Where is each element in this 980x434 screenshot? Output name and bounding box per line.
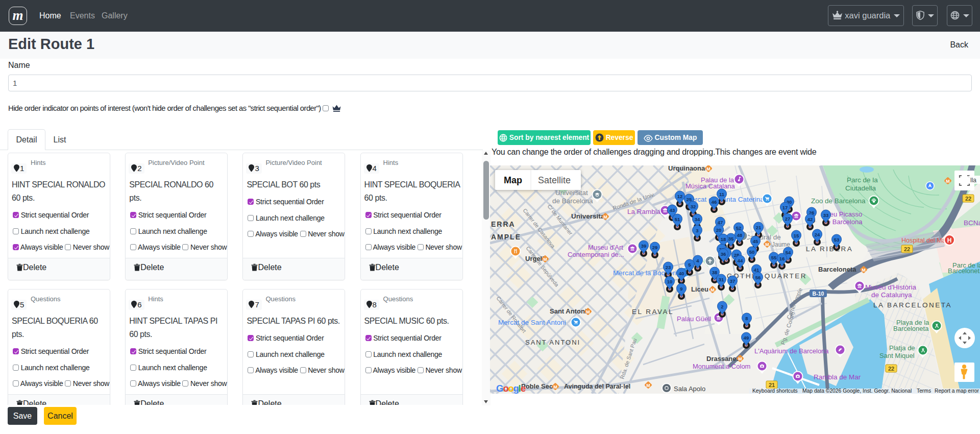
svg-text:51: 51 — [675, 216, 680, 222]
svg-text:GOTHIC QUARTER: GOTHIC QUARTER — [727, 272, 807, 280]
svg-text:M: M — [765, 242, 769, 247]
svg-text:12: 12 — [677, 194, 683, 199]
svg-text:Sala Apolo: Sala Apolo — [674, 385, 705, 393]
svg-text:Música Catalana: Música Catalana — [685, 182, 736, 190]
svg-text:Barceloneta: Barceloneta — [818, 266, 856, 273]
svg-text:38: 38 — [712, 270, 718, 275]
svg-text:34: 34 — [695, 216, 700, 222]
svg-text:M: M — [586, 309, 590, 315]
svg-text:M: M — [646, 383, 650, 388]
svg-text:36: 36 — [721, 251, 726, 257]
svg-text:Sant Miquel: Sant Miquel — [879, 352, 915, 359]
svg-text:Ciutadella: Ciutadella — [845, 184, 876, 192]
svg-text:lla: lla — [970, 177, 976, 184]
svg-text:31: 31 — [719, 277, 724, 282]
svg-text:54: 54 — [786, 250, 791, 255]
svg-text:55: 55 — [771, 255, 777, 260]
svg-text:e Barcelona: e Barcelona — [827, 218, 863, 226]
svg-text:Urquinaona: Urquinaona — [668, 165, 705, 172]
svg-text:48: 48 — [737, 232, 743, 238]
svg-text:Drassanes: Drassanes — [706, 355, 740, 363]
svg-text:Liceu: Liceu — [691, 285, 708, 293]
svg-text:Universitat: Universitat — [571, 212, 607, 220]
svg-text:Mercat de Sant Antoni: Mercat de Sant Antoni — [498, 319, 566, 326]
svg-text:Terms: Terms — [917, 388, 931, 394]
svg-text:18: 18 — [721, 236, 726, 242]
svg-text:EL RAVAL: EL RAVAL — [632, 308, 674, 316]
svg-text:29: 29 — [652, 245, 658, 250]
svg-text:22: 22 — [904, 246, 910, 252]
svg-text:56: 56 — [755, 275, 761, 280]
svg-text:Museu d'Història: Museu d'Història — [865, 283, 917, 291]
svg-text:8: 8 — [745, 316, 748, 321]
svg-text:LA BARCELONETA: LA BARCELONETA — [873, 301, 952, 309]
svg-text:Satellite: Satellite — [538, 175, 571, 185]
svg-text:LA RIBERA: LA RIBERA — [806, 245, 853, 253]
svg-text:SANT ANTONI: SANT ANTONI — [525, 339, 580, 346]
svg-text:22: 22 — [888, 366, 894, 372]
svg-text:24: 24 — [815, 232, 820, 237]
svg-text:ERRA: ERRA — [491, 220, 516, 228]
svg-text:Report a map error: Report a map error — [935, 388, 979, 394]
svg-text:20: 20 — [716, 227, 722, 233]
svg-text:44: 44 — [738, 258, 743, 263]
svg-text:Museu d'Art: Museu d'Art — [588, 244, 623, 251]
svg-text:La Rambla: La Rambla — [627, 208, 661, 215]
svg-text:2: 2 — [721, 304, 723, 309]
svg-text:46: 46 — [712, 199, 717, 205]
svg-text:BCNa: BCNa — [964, 219, 980, 227]
svg-text:Barceloneta: Barceloneta — [893, 325, 929, 332]
svg-text:50: 50 — [749, 249, 755, 255]
svg-text:Urgell: Urgell — [525, 255, 544, 262]
svg-text:Palau Güell: Palau Güell — [677, 315, 711, 323]
svg-text:B-10: B-10 — [813, 291, 824, 297]
svg-text:M: M — [706, 166, 710, 172]
svg-text:53: 53 — [834, 237, 840, 243]
svg-text:Barceloneta: Barceloneta — [948, 267, 980, 275]
svg-text:Avinguda del Paral·lel: Avinguda del Paral·lel — [564, 383, 630, 390]
svg-text:9: 9 — [680, 286, 682, 292]
svg-text:Hospital del Mar: Hospital del Mar — [901, 237, 948, 244]
svg-text:de Barcelona: de Barcelona — [552, 197, 593, 205]
svg-text:10: 10 — [667, 279, 673, 284]
svg-text:L'Aquàrium de Barcelona: L'Aquàrium de Barcelona — [754, 347, 829, 355]
svg-text:42: 42 — [807, 216, 813, 222]
svg-text:Map data ©2026 Google, Inst. G: Map data ©2026 Google, Inst. Geogr. Naci… — [802, 388, 912, 394]
svg-text:4: 4 — [696, 258, 699, 263]
svg-text:25: 25 — [687, 197, 692, 202]
svg-text:M: M — [603, 214, 607, 220]
svg-text:35: 35 — [728, 236, 734, 242]
svg-text:33: 33 — [823, 212, 829, 218]
svg-text:Universitat: Universitat — [555, 189, 588, 197]
svg-text:de Catalunya: de Catalunya — [871, 291, 912, 299]
svg-text:M: M — [543, 257, 547, 262]
svg-text:17: 17 — [782, 205, 788, 210]
svg-text:45: 45 — [753, 238, 758, 244]
svg-text:Rambla de Mar: Rambla de Mar — [814, 373, 861, 381]
svg-text:15: 15 — [794, 233, 799, 238]
svg-text:Keyboard shortcuts: Keyboard shortcuts — [752, 388, 798, 394]
svg-text:37: 37 — [730, 278, 736, 284]
svg-text:27: 27 — [785, 216, 791, 222]
svg-text:32: 32 — [691, 204, 696, 209]
svg-text:M: M — [710, 287, 715, 293]
svg-text:M: M — [862, 268, 866, 273]
svg-text:G: G — [496, 383, 503, 394]
svg-text:H: H — [947, 237, 952, 244]
svg-text:3: 3 — [696, 228, 698, 233]
svg-text:22: 22 — [965, 196, 971, 202]
svg-text:40: 40 — [679, 271, 684, 276]
svg-text:21: 21 — [756, 225, 762, 230]
svg-text:49: 49 — [744, 335, 749, 341]
svg-text:M: M — [738, 356, 742, 361]
svg-text:Sant Antoni: Sant Antoni — [550, 307, 586, 315]
svg-text:39: 39 — [641, 243, 647, 249]
svg-text:41: 41 — [754, 267, 760, 273]
svg-text:M: M — [553, 384, 557, 390]
svg-text:Poble Sec: Poble Sec — [521, 382, 553, 390]
svg-text:23: 23 — [666, 264, 671, 270]
svg-text:5: 5 — [688, 262, 691, 268]
svg-text:21: 21 — [769, 382, 775, 388]
svg-text:e: e — [521, 383, 526, 394]
svg-text:Monument a Colom: Monument a Colom — [693, 363, 750, 370]
